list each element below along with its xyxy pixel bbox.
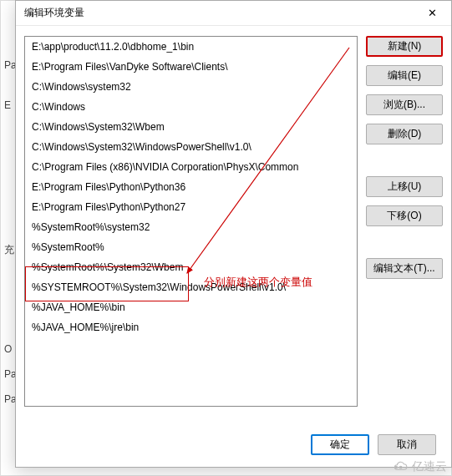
list-item[interactable]: C:\Program Files (x86)\NVIDIA Corporatio… <box>25 157 357 177</box>
list-item[interactable]: C:\Windows\System32\WindowsPowerShell\v1… <box>25 137 357 157</box>
new-button[interactable]: 新建(N) <box>366 36 443 57</box>
list-item[interactable]: E:\app\product\11.2.0\dbhome_1\bin <box>25 37 357 57</box>
move-up-button[interactable]: 上移(U) <box>366 176 443 197</box>
close-button[interactable]: ✕ <box>419 3 444 23</box>
bg-text: E <box>4 99 11 111</box>
list-item[interactable]: E:\Program Files\Python\Python27 <box>25 197 357 217</box>
list-item[interactable]: %SystemRoot%\System32\Wbem <box>25 257 357 277</box>
watermark: 亿速云 <box>390 459 447 474</box>
dialog-content: E:\app\product\11.2.0\dbhome_1\bin E:\Pr… <box>16 26 451 426</box>
watermark-text: 亿速云 <box>412 459 447 474</box>
titlebar: 编辑环境变量 ✕ <box>16 1 451 26</box>
list-item[interactable]: %SYSTEMROOT%\System32\WindowsPowerShell\… <box>25 277 357 297</box>
svg-point-1 <box>395 466 398 468</box>
list-item[interactable]: %SystemRoot% <box>25 237 357 257</box>
spacer <box>366 153 443 168</box>
cloud-icon <box>390 460 409 473</box>
ok-button[interactable]: 确定 <box>311 434 369 455</box>
delete-button[interactable]: 删除(D) <box>366 124 443 144</box>
edit-env-var-dialog: 编辑环境变量 ✕ E:\app\product\11.2.0\dbhome_1\… <box>15 0 452 468</box>
bg-text: 充 <box>4 243 14 257</box>
list-item[interactable]: C:\Windows <box>25 97 357 117</box>
list-item[interactable]: E:\Program Files\Python\Python36 <box>25 177 357 197</box>
browse-button[interactable]: 浏览(B)... <box>366 94 443 115</box>
list-item[interactable]: E:\Program Files\VanDyke Software\Client… <box>25 57 357 77</box>
dialog-title: 编辑环境变量 <box>24 6 84 20</box>
edit-text-button[interactable]: 编辑文本(T)... <box>366 258 443 279</box>
path-listbox[interactable]: E:\app\product\11.2.0\dbhome_1\bin E:\Pr… <box>24 36 358 407</box>
move-down-button[interactable]: 下移(O) <box>366 205 443 226</box>
list-item[interactable]: C:\Windows\System32\Wbem <box>25 117 357 137</box>
list-item[interactable]: %JAVA_HOME%\bin <box>25 297 357 317</box>
list-item[interactable]: %JAVA_HOME%\jre\bin <box>25 317 357 337</box>
spacer <box>366 235 443 250</box>
svg-point-2 <box>399 466 402 468</box>
list-item[interactable]: %SystemRoot%\system32 <box>25 217 357 237</box>
edit-button[interactable]: 编辑(E) <box>366 65 443 86</box>
close-icon: ✕ <box>428 7 437 19</box>
list-item[interactable]: C:\Windows\system32 <box>25 77 357 97</box>
cancel-button[interactable]: 取消 <box>378 434 436 455</box>
bg-text: O <box>4 343 12 355</box>
side-button-column: 新建(N) 编辑(E) 浏览(B)... 删除(D) 上移(U) 下移(O) 编… <box>366 36 443 421</box>
dialog-footer: 确定 取消 <box>16 426 451 467</box>
